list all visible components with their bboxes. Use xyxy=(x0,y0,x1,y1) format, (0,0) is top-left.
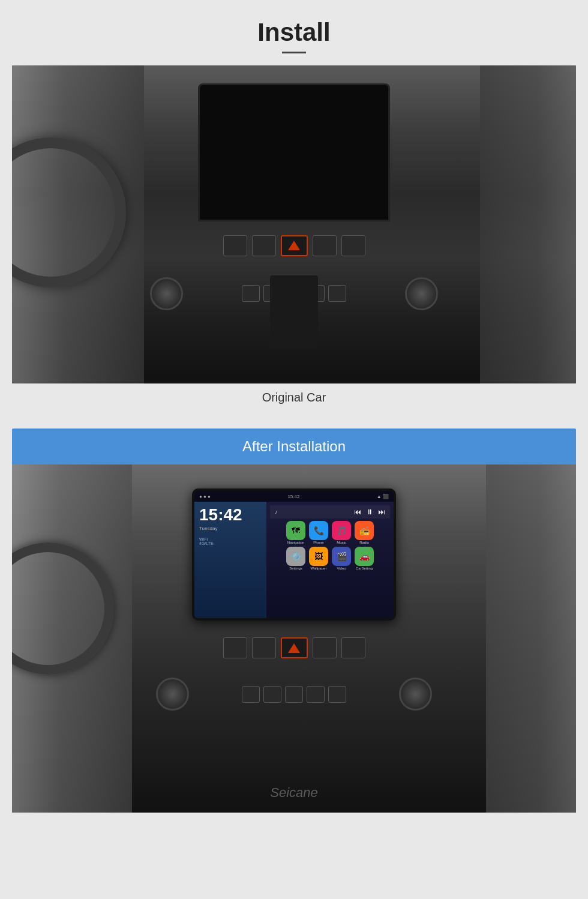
wifi-status: WiFi xyxy=(199,537,262,541)
app-row-1: 🗺 Navigation 📞 Phone 🎵 Music xyxy=(270,521,390,544)
hazard-triangle-icon xyxy=(288,241,300,250)
after-installation-section: After Installation ● ● ● 15:42 ▲ ⬛ 15:42… xyxy=(12,428,576,813)
gear-shift xyxy=(270,275,318,347)
ctrl-btn-1 xyxy=(223,235,247,256)
after-hvac-btn-3 xyxy=(285,686,303,703)
original-car-section: Original Car xyxy=(12,65,576,416)
play-pause-icon: ⏸ xyxy=(366,508,373,516)
brand-watermark: Seicane xyxy=(270,785,318,801)
page-title: Install xyxy=(257,18,330,47)
after-hazard-triangle-icon xyxy=(288,643,300,653)
date-display: Tuesday xyxy=(199,526,262,531)
status-time: 15:42 xyxy=(287,494,299,499)
video-app-icon: 🎬 Video xyxy=(332,547,351,570)
prev-track-icon: ⏮ xyxy=(354,508,361,516)
android-app-area: ♪ ⏮ ⏸ ⏭ 🗺 Navigation xyxy=(266,502,394,618)
after-hvac-controls xyxy=(156,672,432,717)
after-hazard-button xyxy=(281,637,308,658)
after-ctrl-btn-4 xyxy=(341,637,365,658)
next-track-icon: ⏭ xyxy=(378,508,385,516)
after-ctrl-btn-3 xyxy=(313,637,337,658)
after-installation-header: After Installation xyxy=(12,428,576,465)
status-icons: ▲ ⬛ xyxy=(377,494,389,499)
ctrl-btn-4 xyxy=(341,235,365,256)
ctrl-btn-3 xyxy=(313,235,337,256)
carsetting-app-icon: 🚗 CarSetting xyxy=(355,547,374,570)
after-right-panel xyxy=(486,465,576,813)
title-underline xyxy=(282,52,306,53)
status-bar-left: ● ● ● xyxy=(199,494,211,499)
phone-app-icon: 📞 Phone xyxy=(309,521,328,544)
original-car-image xyxy=(12,65,576,383)
after-hvac-btn-1 xyxy=(242,686,260,703)
hazard-button xyxy=(281,235,308,256)
hvac-knob-right xyxy=(405,277,438,310)
app-row-2: ⚙️ Settings 🖼 Wallpaper 🎬 Video xyxy=(270,547,390,570)
original-screen xyxy=(198,83,390,221)
clock-display: 15:42 xyxy=(199,507,262,523)
right-panel xyxy=(480,65,576,383)
after-controls-row xyxy=(180,631,408,664)
after-hvac-btn-4 xyxy=(307,686,325,703)
music-controls: ⏮ ⏸ ⏭ xyxy=(354,508,385,516)
after-hvac-knob-right xyxy=(399,678,432,711)
android-main-area: 15:42 Tuesday WiFi 4G/LTE ♪ ⏮ xyxy=(194,502,394,618)
android-left-panel: 15:42 Tuesday WiFi 4G/LTE xyxy=(194,502,266,618)
after-installation-image: ● ● ● 15:42 ▲ ⬛ 15:42 Tuesday WiFi 4G/LT… xyxy=(12,465,576,813)
wallpaper-app-icon: 🖼 Wallpaper xyxy=(309,547,328,570)
original-car-caption: Original Car xyxy=(12,391,576,404)
android-head-unit-screen: ● ● ● 15:42 ▲ ⬛ 15:42 Tuesday WiFi 4G/LT… xyxy=(192,489,396,621)
after-hvac-knob-left xyxy=(156,678,189,711)
ctrl-btn-2 xyxy=(252,235,276,256)
settings-app-icon: ⚙️ Settings xyxy=(286,547,305,570)
music-player-strip: ♪ ⏮ ⏸ ⏭ xyxy=(270,505,390,519)
nav-app-icon: 🗺 Navigation xyxy=(286,521,305,544)
hvac-btn-5 xyxy=(328,285,346,302)
car-interior-after: ● ● ● 15:42 ▲ ⬛ 15:42 Tuesday WiFi 4G/LT… xyxy=(12,465,576,813)
car-interior-original xyxy=(12,65,576,383)
after-ctrl-btn-1 xyxy=(223,637,247,658)
signal-status: 4G/LTE xyxy=(199,541,262,546)
after-hvac-btn-2 xyxy=(263,686,281,703)
music-note-icon: ♪ xyxy=(275,509,278,515)
android-status-bar: ● ● ● 15:42 ▲ ⬛ xyxy=(194,491,394,502)
after-ctrl-btn-2 xyxy=(252,637,276,658)
controls-row xyxy=(174,227,414,263)
hvac-knob-left xyxy=(150,277,183,310)
after-hvac-center xyxy=(242,686,346,703)
radio-app-icon: 📻 Radio xyxy=(355,521,374,544)
music-app-icon: 🎵 Music xyxy=(332,521,351,544)
after-hvac-btn-5 xyxy=(328,686,346,703)
hvac-btn-1 xyxy=(242,285,260,302)
